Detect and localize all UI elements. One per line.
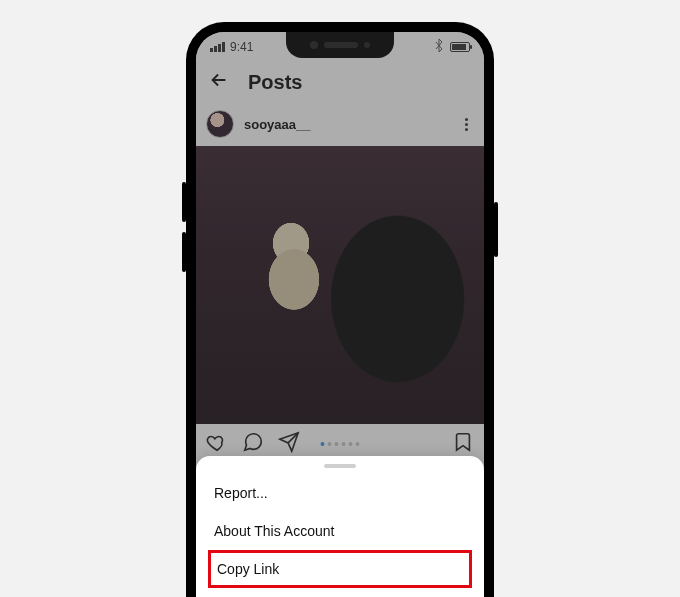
sheet-handle[interactable] <box>324 464 356 468</box>
bottom-sheet: Report... About This Account Copy Link S… <box>196 456 484 597</box>
power-button <box>494 202 498 257</box>
volume-up-button <box>182 182 186 222</box>
screen: 9:41 Posts sooyaaa__ <box>196 32 484 597</box>
sheet-item-report[interactable]: Report... <box>196 474 484 512</box>
phone-frame: 9:41 Posts sooyaaa__ <box>186 22 494 597</box>
volume-down-button <box>182 232 186 272</box>
sheet-item-copy-link[interactable]: Copy Link <box>208 550 472 588</box>
sheet-item-about-account[interactable]: About This Account <box>196 512 484 550</box>
sheet-item-share-to[interactable]: Share to... <box>196 588 484 597</box>
